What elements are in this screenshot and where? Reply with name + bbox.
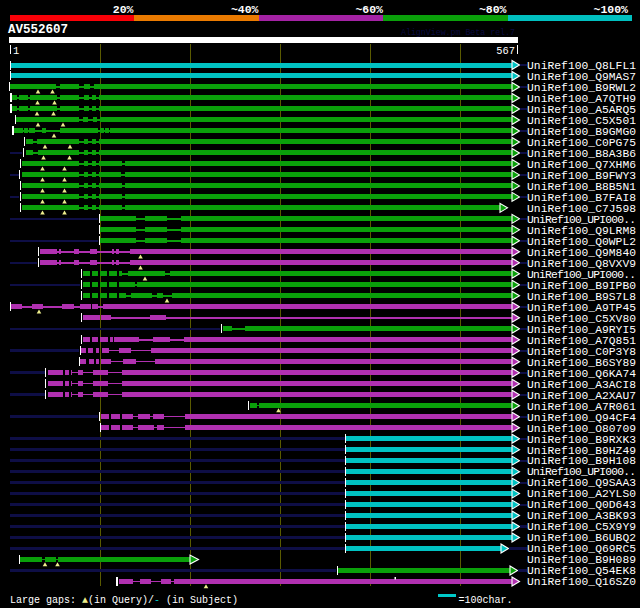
svg-text:1: 1 [13, 45, 19, 57]
svg-text:UniRef100_Q16SZ0: UniRef100_Q16SZ0 [527, 576, 636, 588]
svg-text:AV552607: AV552607 [8, 23, 68, 37]
svg-text:Large gaps: ▲(in Query)/- (in: Large gaps: ▲(in Query)/- (in Subject) [10, 595, 238, 606]
svg-text:~40%: ~40% [231, 3, 259, 16]
svg-text:20%: 20% [113, 3, 134, 16]
svg-text:AlignView.pm Beta rel.7: AlignView.pm Beta rel.7 [401, 28, 515, 37]
svg-text:=100char.: =100char. [459, 595, 513, 606]
svg-text:~60%: ~60% [355, 3, 383, 16]
svg-text:~100%: ~100% [593, 3, 628, 16]
svg-text:~80%: ~80% [479, 3, 507, 16]
svg-text:567: 567 [496, 45, 515, 57]
